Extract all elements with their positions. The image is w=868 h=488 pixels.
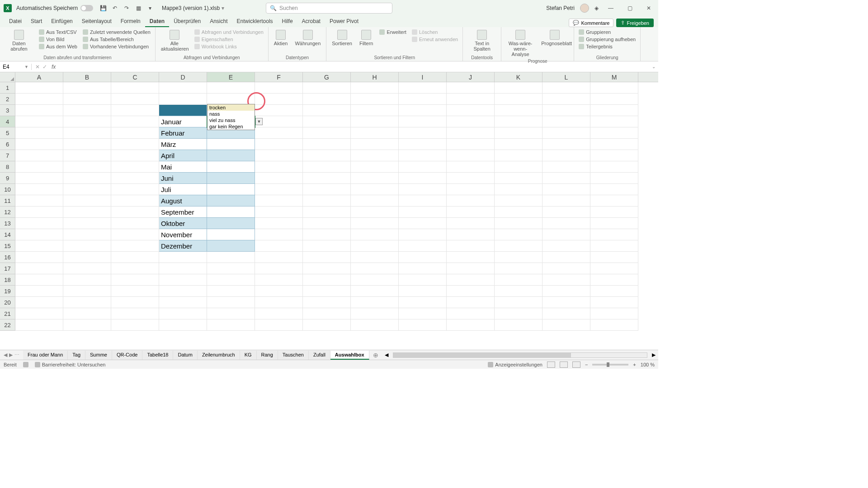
cell[interactable]: [111, 116, 159, 127]
cell[interactable]: [111, 127, 159, 139]
row-header[interactable]: 2: [0, 94, 15, 105]
row-header[interactable]: 20: [0, 297, 15, 308]
cell[interactable]: [399, 297, 447, 308]
cell[interactable]: [111, 319, 159, 331]
cell[interactable]: [255, 297, 303, 308]
cell[interactable]: [111, 150, 159, 161]
cell[interactable]: [495, 297, 542, 308]
sheet-tab[interactable]: QR-Code: [112, 351, 142, 360]
cell[interactable]: [447, 206, 495, 218]
cell[interactable]: [351, 150, 399, 161]
cell[interactable]: [207, 195, 255, 206]
cell[interactable]: [111, 105, 159, 116]
cell[interactable]: [351, 308, 399, 319]
cell[interactable]: [399, 308, 447, 319]
cell[interactable]: [447, 127, 495, 139]
cell[interactable]: [63, 206, 111, 218]
cell[interactable]: [207, 94, 255, 105]
cell[interactable]: [303, 139, 351, 150]
cell[interactable]: [207, 297, 255, 308]
cell[interactable]: [207, 308, 255, 319]
cell[interactable]: [111, 94, 159, 105]
cell[interactable]: [447, 297, 495, 308]
column-header[interactable]: I: [399, 72, 447, 82]
toggle-switch-icon[interactable]: [80, 5, 93, 11]
cell[interactable]: [399, 105, 447, 116]
cell[interactable]: [15, 150, 63, 161]
cell[interactable]: [495, 116, 542, 127]
dropdown-item[interactable]: nass: [208, 111, 255, 117]
cell[interactable]: [590, 195, 638, 206]
cell[interactable]: Dezember: [159, 240, 207, 252]
minimize-button[interactable]: —: [604, 3, 618, 14]
cell[interactable]: [542, 173, 590, 184]
cell[interactable]: [399, 139, 447, 150]
page-layout-view-button[interactable]: [560, 361, 568, 368]
cell[interactable]: [207, 82, 255, 94]
cell[interactable]: [399, 173, 447, 184]
cell[interactable]: [111, 161, 159, 173]
column-header[interactable]: D: [159, 72, 207, 82]
macro-record-icon[interactable]: [23, 362, 28, 367]
cell[interactable]: [590, 173, 638, 184]
row-header[interactable]: 19: [0, 286, 15, 297]
cell[interactable]: [542, 94, 590, 105]
horizontal-scrollbar[interactable]: ◀ ▶: [382, 352, 658, 358]
cell[interactable]: [542, 161, 590, 173]
cell[interactable]: [399, 240, 447, 252]
cell[interactable]: [399, 150, 447, 161]
menu-tab-seitenlayout[interactable]: Seitenlayout: [77, 16, 116, 27]
cell[interactable]: [63, 229, 111, 240]
cell[interactable]: [590, 229, 638, 240]
cell[interactable]: April: [159, 150, 207, 161]
ribbon-button[interactable]: Erweitert: [378, 29, 407, 35]
column-header[interactable]: B: [63, 72, 111, 82]
ribbon-button[interactable]: Währungen: [293, 29, 322, 47]
cell[interactable]: [542, 274, 590, 286]
cell[interactable]: [351, 274, 399, 286]
column-header[interactable]: E: [207, 72, 255, 82]
cell[interactable]: [447, 150, 495, 161]
cell[interactable]: [447, 229, 495, 240]
cell[interactable]: [15, 173, 63, 184]
cell[interactable]: [111, 218, 159, 229]
cell[interactable]: [111, 286, 159, 297]
cell[interactable]: [495, 206, 542, 218]
cell[interactable]: [159, 297, 207, 308]
zoom-level[interactable]: 100 %: [641, 362, 655, 367]
cell[interactable]: [63, 173, 111, 184]
zoom-slider[interactable]: [592, 364, 628, 366]
cell[interactable]: [15, 218, 63, 229]
cell[interactable]: [542, 297, 590, 308]
cell[interactable]: [447, 184, 495, 195]
cell[interactable]: [111, 308, 159, 319]
cell[interactable]: [63, 82, 111, 94]
cell[interactable]: [447, 161, 495, 173]
cell[interactable]: September: [159, 206, 207, 218]
cell[interactable]: [590, 218, 638, 229]
ribbon-button[interactable]: Aus dem Web: [38, 43, 78, 50]
cell[interactable]: [111, 206, 159, 218]
cell[interactable]: [207, 286, 255, 297]
cell[interactable]: [255, 240, 303, 252]
cell[interactable]: [303, 173, 351, 184]
cell[interactable]: [111, 173, 159, 184]
zoom-out-button[interactable]: −: [585, 362, 588, 367]
cell[interactable]: [15, 127, 63, 139]
cell[interactable]: [447, 319, 495, 331]
cell[interactable]: [590, 105, 638, 116]
ribbon-button[interactable]: Zuletzt verwendete Quellen: [82, 29, 151, 35]
cell[interactable]: [495, 274, 542, 286]
cell[interactable]: [447, 195, 495, 206]
cell[interactable]: [542, 286, 590, 297]
close-button[interactable]: ✕: [642, 3, 656, 14]
cell[interactable]: [399, 94, 447, 105]
cell[interactable]: [447, 263, 495, 274]
cell[interactable]: [255, 150, 303, 161]
cell[interactable]: [207, 139, 255, 150]
cell[interactable]: [111, 82, 159, 94]
cell[interactable]: [159, 94, 207, 105]
cell[interactable]: [303, 82, 351, 94]
comments-button[interactable]: 💬Kommentare: [569, 19, 613, 27]
ribbon-button[interactable]: Aktien: [272, 29, 290, 47]
